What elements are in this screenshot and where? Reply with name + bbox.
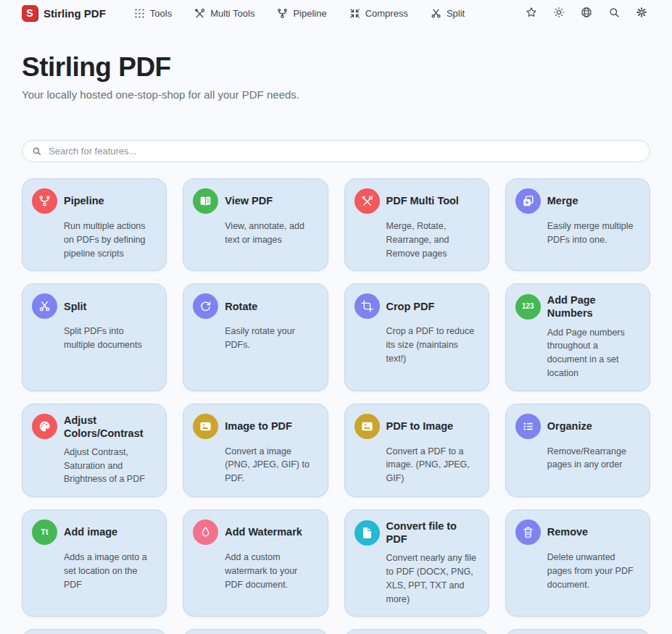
card-crop-pdf[interactable]: Crop PDF Crop a PDF to reduce its size (… (344, 283, 489, 391)
card-title: Merge (547, 194, 578, 207)
crop-icon (354, 293, 380, 319)
card-convert-file-to-pdf[interactable]: Convert file to PDF Convert nearly any f… (344, 509, 489, 617)
card-split[interactable]: Split Split PDFs into multiple documents (22, 283, 167, 391)
card-description: Crop a PDF to reduce its size (maintains… (386, 325, 479, 365)
nav-item-multi-tools[interactable]: Multi Tools (194, 7, 254, 20)
bullet-list-icon (515, 414, 541, 439)
navbar-actions (523, 4, 650, 22)
card-description: Add a custom watermark to your PDF docum… (225, 551, 318, 591)
card-view-pdf[interactable]: View PDF View, annotate, add text or ima… (183, 178, 328, 271)
palette-icon (32, 414, 57, 439)
nav-item-pipeline[interactable]: Pipeline (276, 7, 326, 20)
theme-sun-icon (552, 6, 565, 21)
card-image-to-pdf[interactable]: Image to PDF Convert a image (PNG, JPEG,… (183, 404, 328, 498)
nav-item-label: Tools (150, 8, 172, 19)
card-title: View PDF (225, 194, 273, 207)
card-description: View, annotate, add text or images (225, 220, 318, 247)
trash-icon (515, 520, 541, 545)
card-add-image[interactable]: Tt Add image Adds a image onto a set loc… (22, 509, 167, 617)
card-add-password[interactable]: Add Password Encrypt your PDF document w… (22, 629, 167, 634)
card-title: Pipeline (64, 194, 104, 207)
card-remove[interactable]: Remove Delete unwanted pages from your P… (505, 509, 650, 617)
rotate-icon (193, 293, 218, 319)
multi-tools-icon (194, 7, 206, 20)
grid-icon (133, 7, 146, 20)
search-icon (31, 146, 42, 157)
card-title: Add Page Numbers (547, 293, 640, 320)
brand-label: Stirling PDF (43, 7, 106, 20)
card-remove-password[interactable]: Remove Password Remove password protecti… (183, 629, 328, 634)
numbers-123-icon: 123 (515, 294, 541, 320)
card-title: Organize (547, 420, 592, 433)
card-pdf-multi-tool[interactable]: PDF Multi Tool Merge, Rotate, Rearrange,… (344, 178, 489, 271)
card-description: Convert a image (PNG, JPEG, GIF) to PDF. (225, 445, 318, 485)
favourites-star-icon (525, 6, 538, 21)
nav-item-tools[interactable]: Tools (133, 7, 172, 20)
card-merge[interactable]: Merge Easily merge multiple PDFs into on… (505, 178, 650, 271)
card-description: Adds a image onto a set location on the … (64, 551, 157, 591)
card-description: Split PDFs into multiple documents (64, 325, 157, 352)
theme-sun-button[interactable] (550, 4, 568, 22)
settings-gear-button[interactable] (633, 4, 650, 22)
nav-item-label: Multi Tools (210, 8, 254, 19)
card-add-watermark[interactable]: Add Watermark Add a custom watermark to … (183, 509, 328, 617)
card-description: Convert nearly any file to PDF (DOCX, PN… (386, 551, 479, 606)
card-description: Merge, Rotate, Rearrange, and Remove pag… (386, 220, 479, 260)
pipeline-icon (276, 7, 289, 20)
card-description: Remove/Rearrange pages in any order (547, 445, 640, 472)
card-change-metadata[interactable]: Change Metadata Change/Remove/Add metada… (505, 629, 650, 634)
nav-item-split[interactable]: Split (430, 7, 465, 20)
book-open-icon (193, 188, 218, 214)
brand-home-link[interactable]: S Stirling PDF (22, 5, 106, 21)
image-icon (354, 414, 380, 439)
hero-section: Stirling PDF Your locally hosted one-sto… (0, 25, 672, 101)
card-pdf-to-image[interactable]: PDF to Image Convert a PDF to a image. (… (344, 404, 489, 498)
page-title: Stirling PDF (22, 52, 650, 83)
card-title: PDF to Image (386, 420, 454, 433)
pipeline-icon (32, 188, 57, 214)
nav-menu: Tools Multi Tools Pipeline Compress Spli… (133, 7, 465, 20)
nav-item-label: Split (447, 8, 465, 19)
card-description: Run multiple actions on PDFs by defining… (64, 220, 157, 260)
card-add-page-numbers[interactable]: 123 Add Page Numbers Add Page numbers th… (505, 283, 650, 391)
card-title: Crop PDF (386, 300, 435, 313)
language-globe-icon (580, 6, 593, 21)
nav-item-compress[interactable]: Compress (349, 7, 408, 20)
compress-arrows-icon (349, 7, 361, 20)
nav-item-label: Pipeline (293, 8, 326, 19)
card-title: PDF Multi Tool (386, 194, 459, 207)
card-title: Add Watermark (225, 525, 302, 538)
page-subtitle: Your locally hosted one-stop-shop for al… (22, 88, 650, 101)
tool-card-grid: Pipeline Run multiple actions on PDFs by… (22, 178, 650, 634)
language-globe-button[interactable] (578, 4, 595, 22)
favourites-star-button[interactable] (523, 4, 540, 22)
card-description: Delete unwanted pages from your PDF docu… (547, 551, 640, 591)
card-adjust-colors-contrast[interactable]: Adjust Colors/Contrast Adjust Contrast, … (22, 404, 167, 498)
multi-tools-icon (354, 188, 380, 214)
card-compress[interactable]: Compress Compress PDFs to reduce their f… (344, 629, 489, 634)
card-title: Remove (547, 525, 588, 538)
scissors-icon (430, 7, 442, 20)
scissors-icon (32, 293, 57, 319)
card-description: Add Page numbers throughout a document i… (547, 326, 640, 380)
card-description: Convert a PDF to a image. (PNG, JPEG, GI… (386, 445, 479, 485)
nav-item-label: Compress (365, 8, 408, 19)
card-title: Image to PDF (225, 420, 292, 433)
card-description: Adjust Contrast, Saturation and Brightne… (64, 446, 157, 486)
card-rotate[interactable]: Rotate Easily rotate your PDFs. (183, 283, 328, 391)
settings-gear-icon (635, 6, 648, 21)
card-description: Easily merge multiple PDFs into one. (547, 220, 640, 247)
card-pipeline[interactable]: Pipeline Run multiple actions on PDFs by… (22, 178, 167, 271)
stirling-logo-icon: S (22, 5, 38, 21)
search-section (0, 101, 672, 162)
merge-pages-icon (515, 188, 541, 214)
feature-search-input[interactable] (49, 146, 641, 157)
file-icon (354, 520, 380, 546)
search-button[interactable] (605, 4, 623, 22)
top-navbar: S Stirling PDF Tools Multi Tools Pipelin… (0, 0, 672, 25)
droplet-icon (193, 520, 218, 545)
card-organize[interactable]: Organize Remove/Rearrange pages in any o… (505, 404, 650, 498)
text-Tt-icon: Tt (32, 520, 57, 545)
search-icon (607, 6, 621, 21)
feature-search-bar[interactable] (22, 140, 650, 162)
